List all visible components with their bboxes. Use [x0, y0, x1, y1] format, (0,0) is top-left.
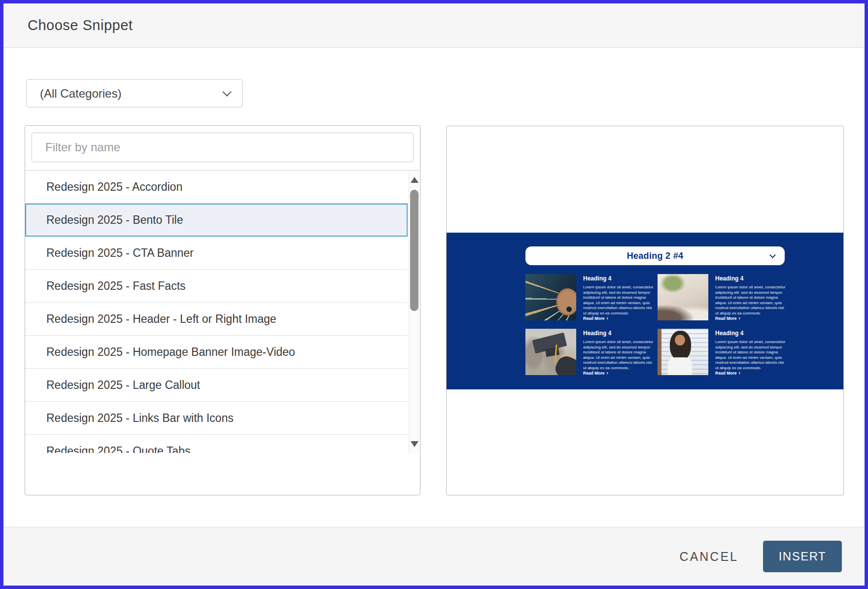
snippet-item-label: Redesign 2025 - CTA Banner — [46, 246, 194, 260]
chevron-right-icon: › — [606, 316, 608, 320]
snippet-item[interactable]: Redesign 2025 - Homepage Banner Image-Vi… — [25, 336, 408, 369]
shirt-shape — [668, 357, 692, 375]
tile-body: Lorem ipsum dolor sit amet, consectetur … — [715, 340, 788, 371]
scrollbar-track[interactable] — [409, 171, 419, 453]
snippet-item[interactable]: Redesign 2025 - CTA Banner — [25, 237, 408, 270]
read-more-link: Read More› — [715, 371, 788, 376]
chevron-right-icon: › — [738, 316, 740, 320]
cancel-button[interactable]: CANCEL — [677, 549, 741, 564]
cap-base-shape — [545, 347, 559, 357]
snippet-preview-panel: Heading 2 #4 Heading 4 Lorem ipsum dolor… — [446, 126, 844, 495]
triangle-down-icon[interactable] — [411, 441, 418, 447]
hands-writing-photo — [658, 274, 708, 320]
read-more-label: Read More — [715, 371, 736, 376]
filter-input[interactable] — [32, 133, 414, 162]
category-select[interactable]: (All Categories) — [26, 79, 243, 107]
read-more-link: Read More› — [583, 316, 656, 321]
snippet-item[interactable]: Redesign 2025 - Links Bar with Icons — [25, 402, 408, 435]
tile-text: Heading 4 Lorem ipsum dolor sit amet, co… — [715, 274, 788, 321]
read-more-link: Read More› — [583, 371, 656, 376]
tile-body: Lorem ipsum dolor sit amet, consectetur … — [583, 340, 656, 371]
snippet-item-label: Redesign 2025 - Quote Tabs — [46, 445, 190, 453]
snippet-item-label: Redesign 2025 - Header - Left or Right I… — [46, 312, 277, 326]
tile-body: Lorem ipsum dolor sit amet, consectetur … — [583, 285, 656, 316]
preview-tile: Heading 4 Lorem ipsum dolor sit amet, co… — [525, 274, 656, 321]
snippet-item-label: Redesign 2025 - Fast Facts — [46, 279, 186, 293]
scrollbar-thumb[interactable] — [410, 190, 418, 311]
chevron-right-icon: › — [606, 371, 608, 375]
page-title: Choose Snippet — [28, 17, 133, 34]
banner-heading-pill: Heading 2 #4 — [525, 246, 785, 265]
preview-tile: Heading 4 Lorem ipsum dolor sit amet, co… — [525, 329, 656, 376]
tile-heading: Heading 4 — [583, 275, 656, 282]
tile-body: Lorem ipsum dolor sit amet, consectetur … — [715, 285, 788, 316]
face-shape — [675, 335, 685, 346]
snippet-item-selected[interactable]: Redesign 2025 - Bento Tile — [25, 204, 408, 237]
tile-heading: Heading 4 — [583, 330, 656, 337]
tile-text: Heading 4 Lorem ipsum dolor sit amet, co… — [715, 329, 788, 376]
snippet-item[interactable]: Redesign 2025 - Header - Left or Right I… — [25, 303, 408, 336]
snippet-item[interactable]: Redesign 2025 - Accordion — [25, 171, 408, 204]
read-more-label: Read More — [583, 316, 604, 321]
tile-heading: Heading 4 — [715, 330, 788, 337]
tile-text: Heading 4 Lorem ipsum dolor sit amet, co… — [583, 329, 656, 376]
snippet-item-label: Redesign 2025 - Accordion — [46, 180, 182, 194]
banner-heading: Heading 2 #4 — [627, 251, 684, 261]
insert-button[interactable]: INSERT — [763, 541, 842, 572]
tile-text: Heading 4 Lorem ipsum dolor sit amet, co… — [583, 274, 656, 321]
choose-snippet-dialog: Choose Snippet (All Categories) Redesign… — [0, 0, 868, 589]
snippet-item-label: Redesign 2025 - Links Bar with Icons — [46, 412, 234, 425]
category-select-value: (All Categories) — [40, 87, 224, 101]
read-more-label: Read More — [715, 316, 736, 321]
tile-heading: Heading 4 — [715, 275, 788, 282]
teacher-whiteboard-photo — [658, 329, 708, 375]
snippet-item-label: Redesign 2025 - Bento Tile — [46, 213, 183, 227]
snippet-item-label: Redesign 2025 - Large Callout — [46, 379, 200, 392]
art-palette-photo — [525, 274, 576, 320]
preview-tile: Heading 4 Lorem ipsum dolor sit amet, co… — [658, 329, 788, 376]
snippet-list-panel: Redesign 2025 - Accordion Redesign 2025 … — [25, 125, 420, 495]
chevron-down-icon — [222, 87, 231, 96]
snippet-item-label: Redesign 2025 - Homepage Banner Image-Vi… — [46, 346, 295, 359]
dialog-inner: Choose Snippet (All Categories) Redesign… — [3, 3, 865, 586]
read-more-link: Read More› — [715, 316, 788, 321]
chevron-down-icon — [769, 252, 776, 258]
preview-banner: Heading 2 #4 Heading 4 Lorem ipsum dolor… — [447, 233, 843, 389]
graduation-cap-photo — [525, 329, 576, 375]
preview-tile: Heading 4 Lorem ipsum dolor sit amet, co… — [658, 274, 788, 321]
dialog-footer: CANCEL INSERT — [3, 527, 865, 586]
snippet-item[interactable]: Redesign 2025 - Quote Tabs — [25, 435, 408, 453]
snippet-item[interactable]: Redesign 2025 - Large Callout — [25, 369, 408, 402]
chevron-right-icon: › — [738, 371, 740, 375]
snippet-item[interactable]: Redesign 2025 - Fast Facts — [25, 270, 408, 303]
read-more-label: Read More — [583, 371, 604, 376]
dialog-header: Choose Snippet — [3, 3, 865, 48]
triangle-up-icon[interactable] — [411, 177, 418, 183]
snippet-list: Redesign 2025 - Accordion Redesign 2025 … — [25, 170, 420, 453]
